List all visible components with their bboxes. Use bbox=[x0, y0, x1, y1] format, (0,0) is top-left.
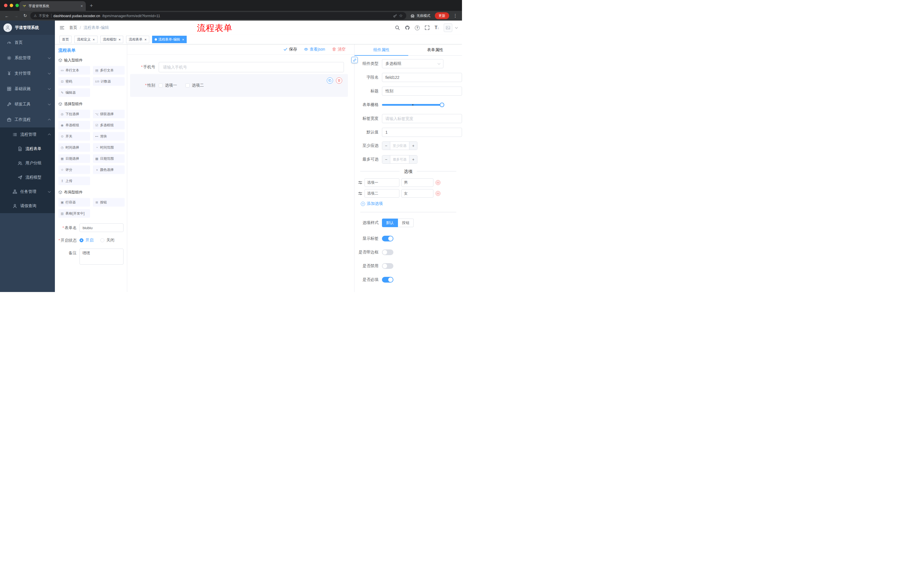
slider-handle[interactable] bbox=[440, 102, 444, 107]
palette-item[interactable]: ◎下拉选择 bbox=[58, 110, 90, 118]
palette-item[interactable]: ☑多选框组 bbox=[93, 121, 125, 130]
hamburger-icon[interactable] bbox=[59, 25, 64, 30]
min-select-value[interactable]: 至少应选 bbox=[390, 142, 409, 150]
option-value-input[interactable] bbox=[401, 189, 433, 198]
title-input[interactable] bbox=[382, 87, 462, 96]
window-minimize-button[interactable] bbox=[10, 4, 13, 7]
tag-view-item[interactable]: 首页 bbox=[59, 36, 71, 43]
browser-menu-icon[interactable]: ⋮ bbox=[453, 13, 457, 18]
status-off-radio[interactable]: 关闭 bbox=[101, 238, 114, 243]
plus-button[interactable]: + bbox=[409, 142, 417, 150]
link-icon[interactable] bbox=[351, 57, 358, 63]
bookmark-star-icon[interactable]: ☆ bbox=[399, 13, 403, 18]
sidebar-item-process-model[interactable]: 流程模型 bbox=[0, 170, 55, 184]
sidebar-item-home[interactable]: 首页 bbox=[0, 35, 55, 50]
option-name-input[interactable] bbox=[365, 178, 399, 187]
tag-close-icon[interactable]: × bbox=[182, 38, 185, 42]
border-switch[interactable] bbox=[382, 249, 393, 255]
tab-close-icon[interactable]: × bbox=[81, 4, 83, 8]
browser-update-button[interactable]: 更新 bbox=[435, 12, 449, 19]
drag-handle-icon[interactable] bbox=[358, 180, 363, 185]
palette-item[interactable]: ▩日期范围 bbox=[93, 154, 125, 163]
tag-close-icon[interactable]: × bbox=[144, 38, 147, 42]
required-switch[interactable] bbox=[382, 277, 393, 283]
window-zoom-button[interactable] bbox=[15, 4, 19, 7]
form-name-input[interactable] bbox=[79, 224, 124, 232]
phone-input[interactable] bbox=[159, 62, 344, 72]
palette-item[interactable]: ◉单选框组 bbox=[58, 121, 90, 130]
form-grid-slider[interactable] bbox=[382, 100, 444, 109]
tab-form-props[interactable]: 表单属性 bbox=[408, 44, 462, 56]
github-icon[interactable] bbox=[405, 25, 410, 30]
palette-item[interactable]: 123计数器 bbox=[93, 77, 125, 86]
help-icon[interactable]: ? bbox=[415, 25, 420, 30]
sidebar-item-payment-management[interactable]: 支付管理 bbox=[0, 66, 55, 81]
back-button[interactable]: ← bbox=[3, 13, 11, 18]
palette-item[interactable]: ☆评分 bbox=[58, 165, 90, 174]
tab-component-props[interactable]: 组件属性 bbox=[355, 44, 408, 56]
save-button[interactable]: 保存 bbox=[283, 47, 297, 52]
url-field[interactable]: ⚠ 不安全 dashboard.yudao.iocoder.cn/bpm/man… bbox=[30, 12, 406, 20]
sidebar-item-process-management[interactable]: 流程管理 bbox=[0, 127, 55, 142]
delete-component-button[interactable] bbox=[336, 77, 342, 84]
option-name-input[interactable] bbox=[365, 189, 399, 198]
form-remark-textarea[interactable]: 嘿嘿 bbox=[79, 248, 124, 265]
tag-close-icon[interactable]: × bbox=[92, 38, 95, 42]
palette-item[interactable]: ▣行容器 bbox=[58, 198, 90, 207]
palette-item[interactable]: ⊙开关 bbox=[58, 132, 90, 141]
palette-item[interactable]: ◷时间选择 bbox=[58, 143, 90, 152]
gender-option1-checkbox[interactable]: 选项一 bbox=[159, 83, 177, 88]
forward-button[interactable]: → bbox=[12, 13, 20, 18]
sidebar-item-workflow[interactable]: 工作流程 bbox=[0, 112, 55, 127]
clear-button[interactable]: 清空 bbox=[332, 47, 346, 52]
palette-item[interactable]: ▤多行文本 bbox=[93, 66, 125, 74]
tag-view-item[interactable]: 流程模型 × bbox=[101, 36, 124, 43]
breadcrumb-home[interactable]: 首页 bbox=[69, 25, 77, 30]
disabled-switch[interactable] bbox=[382, 263, 393, 269]
tag-view-item-active[interactable]: 流程表单-编辑 × bbox=[152, 36, 187, 43]
palette-item[interactable]: ▥表格[开发中] bbox=[58, 209, 90, 218]
sidebar-item-process-form[interactable]: 流程表单 bbox=[0, 142, 55, 156]
view-json-button[interactable]: 查看json bbox=[304, 47, 325, 52]
user-avatar[interactable] bbox=[444, 23, 452, 32]
palette-item[interactable]: ↥上传 bbox=[58, 176, 90, 185]
browser-tab[interactable]: 芋道管理系统 × bbox=[20, 1, 86, 11]
palette-item[interactable]: ▦日期选择 bbox=[58, 154, 90, 163]
tag-close-icon[interactable]: × bbox=[119, 38, 121, 42]
default-value-input[interactable] bbox=[382, 128, 462, 137]
palette-item[interactable]: ◑颜色选择 bbox=[93, 165, 125, 174]
window-close-button[interactable] bbox=[4, 4, 7, 7]
new-tab-button[interactable]: + bbox=[90, 3, 93, 9]
avatar-caret-icon[interactable] bbox=[455, 26, 458, 29]
fullscreen-icon[interactable] bbox=[424, 25, 430, 30]
palette-item[interactable]: ✎编辑器 bbox=[58, 88, 90, 97]
add-option-button[interactable]: + 添加选项 bbox=[355, 201, 462, 206]
max-select-value[interactable]: 最多可选 bbox=[390, 155, 409, 163]
palette-item[interactable]: ⊡密码 bbox=[58, 77, 90, 86]
font-size-icon[interactable]: T↕ bbox=[434, 25, 439, 30]
reload-button[interactable]: ↻ bbox=[21, 13, 29, 18]
style-button-button[interactable]: 按钮 bbox=[398, 219, 414, 227]
tag-view-item[interactable]: 流程定义 × bbox=[74, 36, 97, 43]
palette-item[interactable]: ⊷滑块 bbox=[93, 132, 125, 141]
palette-item[interactable]: ◔时间范围 bbox=[93, 143, 125, 152]
minus-button[interactable]: − bbox=[382, 155, 390, 163]
sidebar-item-leave-query[interactable]: 请假查询 bbox=[0, 199, 55, 213]
show-label-switch[interactable] bbox=[382, 236, 393, 242]
minus-button[interactable]: − bbox=[382, 142, 390, 150]
password-key-icon[interactable] bbox=[393, 14, 397, 18]
palette-item[interactable]: ▭单行文本 bbox=[58, 66, 90, 74]
style-default-button[interactable]: 默认 bbox=[382, 219, 398, 227]
drag-handle-icon[interactable] bbox=[358, 191, 363, 196]
copy-component-button[interactable] bbox=[327, 77, 333, 84]
tag-view-item[interactable]: 流程表单 × bbox=[126, 36, 149, 43]
component-type-select[interactable]: 多选框组 bbox=[382, 59, 444, 68]
sidebar-item-task-management[interactable]: 任务管理 bbox=[0, 184, 55, 199]
palette-item[interactable]: ⊞按钮 bbox=[93, 198, 125, 207]
sidebar-item-user-group[interactable]: 用户分组 bbox=[0, 156, 55, 170]
sidebar-item-system-management[interactable]: 系统管理 bbox=[0, 50, 55, 66]
label-width-input[interactable] bbox=[382, 114, 462, 123]
gender-option2-checkbox[interactable]: 选项二 bbox=[186, 83, 204, 88]
field-name-input[interactable] bbox=[382, 73, 462, 82]
palette-item[interactable]: ⌥级联选择 bbox=[93, 110, 125, 118]
